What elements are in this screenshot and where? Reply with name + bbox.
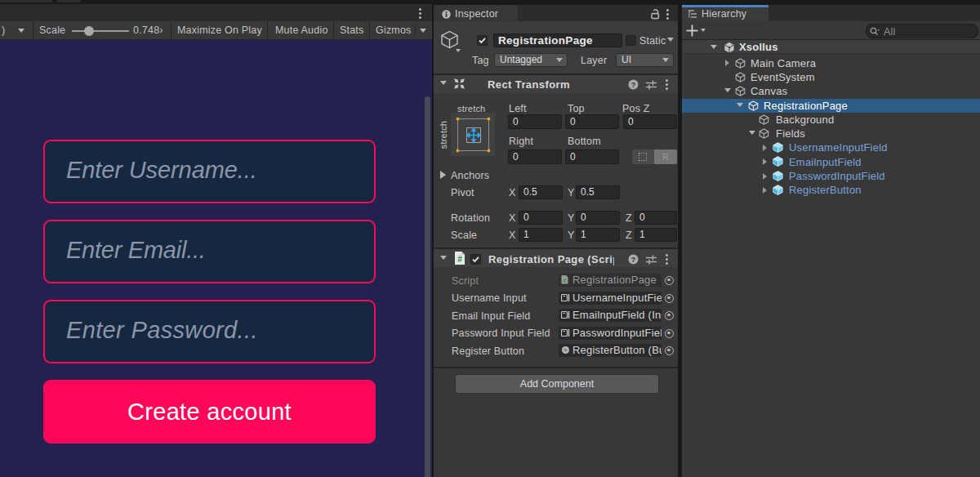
svg-text:#: #	[457, 255, 462, 264]
svg-text:?: ?	[631, 81, 636, 89]
svg-text:#: #	[563, 277, 567, 284]
svg-text:?: ?	[631, 256, 636, 264]
